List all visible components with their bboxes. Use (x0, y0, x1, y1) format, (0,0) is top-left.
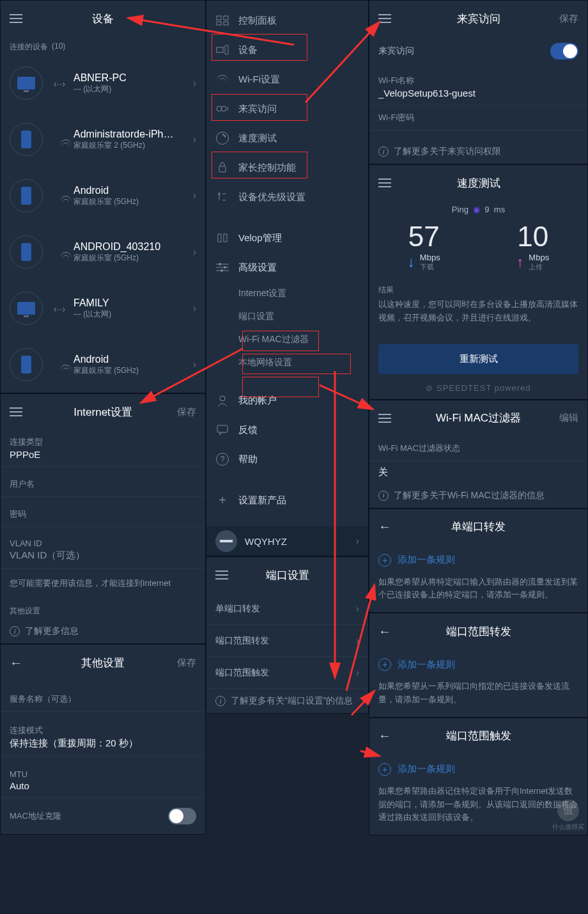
wifi-name-value[interactable]: _VelopSetup613-guest (378, 88, 578, 98)
menu-icon (215, 190, 229, 204)
internet-title: Internet设置 (1, 405, 205, 420)
hamburger-icon[interactable] (378, 178, 391, 187)
svg-point-17 (220, 396, 225, 401)
username-label: 用户名 (10, 478, 196, 490)
guest-switch-label: 来宾访问 (378, 45, 414, 57)
fwd-title: 单端口转发 (369, 519, 587, 534)
help-item[interactable]: ?帮助 (206, 445, 368, 474)
hamburger-icon[interactable] (10, 14, 22, 23)
profile-item[interactable]: WQYHYZ› (206, 526, 368, 556)
chevron-right-icon: › (356, 535, 359, 547)
back-icon[interactable]: ← (378, 624, 391, 639)
chevron-right-icon: › (193, 303, 196, 314)
menu-item[interactable]: 控制面板 (206, 6, 368, 35)
back-icon[interactable]: ← (378, 519, 391, 534)
port-info[interactable]: i了解更多有关“端口设置”的信息 (206, 689, 368, 713)
result-label: 结果 (369, 277, 587, 298)
menu-item[interactable]: 家长控制功能 (206, 153, 368, 182)
save-button[interactable]: 保存 (177, 406, 196, 418)
guest-title: 来宾访问 (369, 12, 587, 26)
hamburger-icon[interactable] (378, 414, 391, 423)
back-icon[interactable]: ← (10, 656, 22, 670)
device-sub: --- (以太网) (74, 84, 193, 95)
fwd-title: 端口范围触发 (369, 729, 587, 743)
device-row[interactable]: Android家庭娱乐室 (5GHz) › (1, 168, 205, 224)
mac-state-label: Wi-Fi MAC过滤器状态 (378, 443, 578, 454)
mac-info[interactable]: i了解更多关于Wi-Fi MAC过滤器的信息 (369, 484, 587, 508)
wifi-pass-label[interactable]: Wi-Fi密码 (378, 112, 578, 123)
mtu-value[interactable]: Auto (10, 780, 196, 791)
menu-item[interactable]: 来宾访问 (206, 94, 368, 123)
port-title: 端口设置 (206, 568, 368, 583)
port-row[interactable]: 端口范围触发› (206, 657, 368, 689)
mac-clone-toggle[interactable] (168, 808, 196, 824)
svg-rect-18 (217, 425, 228, 432)
plus-icon: + (378, 554, 391, 567)
hamburger-icon[interactable] (378, 14, 391, 23)
add-rule-button[interactable]: +添加一条规则 (369, 545, 587, 576)
conn-mode-value[interactable]: 保持连接（重拨周期：20 秒） (10, 737, 196, 750)
submenu-item[interactable]: 本地网络设置 (229, 351, 368, 374)
info-icon: i (378, 146, 389, 157)
internet-hint: 您可能需要使用该信息，才能连接到Internet (1, 569, 205, 598)
conn-type-value[interactable]: PPPoE (10, 449, 196, 460)
add-rule-button[interactable]: +添加一条规则 (369, 754, 587, 785)
edit-button[interactable]: 编辑 (559, 412, 578, 424)
device-name: Administratorde-iPh… (74, 129, 193, 140)
device-row[interactable]: ANDROID_403210家庭娱乐室 (5GHz) › (1, 224, 205, 280)
submenu-item[interactable]: Internet设置 (229, 282, 368, 305)
info-icon: i (10, 626, 20, 636)
retest-button[interactable]: 重新测试 (378, 344, 578, 374)
sliders-icon (215, 260, 229, 274)
srv-name-label[interactable]: 服务名称（可选） (10, 693, 196, 705)
menu-item[interactable]: 速度测试 (206, 123, 368, 153)
back-icon[interactable]: ← (378, 729, 391, 743)
device-row[interactable]: ‹··› ABNER-PC--- (以太网) › (1, 55, 205, 111)
device-row[interactable]: Android家庭娱乐室 (5GHz) › (1, 336, 205, 393)
more-info[interactable]: i了解更多信息 (1, 619, 205, 643)
download-arrow-icon: ↓ (408, 254, 415, 271)
watermark: 值什么值得买 (552, 800, 584, 831)
upload-value: 10 (479, 221, 588, 253)
device-row[interactable]: ‹··› FAMILY--- (以太网) › (1, 280, 205, 336)
guest-toggle[interactable] (550, 43, 578, 59)
port-row[interactable]: 单端口转发› (206, 593, 368, 625)
svg-rect-8 (219, 166, 226, 172)
menu-item[interactable]: 设备 (206, 35, 368, 65)
account-item[interactable]: 我的帐户 (206, 386, 368, 415)
speed-text: 以这种速度，您可以同时在多台设备上播放高清流媒体视频，召开视频会议，并且进行在线… (369, 298, 587, 335)
user-icon (215, 393, 229, 407)
vlan-label: VLAN ID (10, 539, 196, 548)
advanced-item[interactable]: 高级设置 (206, 253, 368, 282)
info-icon: i (378, 491, 389, 501)
chat-icon (215, 423, 229, 437)
submenu-item[interactable]: 端口设置 (229, 305, 368, 328)
speed-title: 速度测试 (369, 176, 587, 191)
fwd-desc: 如果您希望从一系列端口向指定的已连接设备发送流量，请添加一条规则。 (369, 680, 587, 717)
menu-item[interactable]: 设备优先级设置 (206, 182, 368, 212)
device-name: Android (74, 354, 193, 365)
mac-clone-label: MAC地址克隆 (10, 810, 61, 822)
velop-item[interactable]: Velop管理 (206, 223, 368, 253)
save-button[interactable]: 保存 (559, 13, 578, 25)
device-sub: 家庭娱乐室 (5GHz) (74, 196, 193, 207)
svg-rect-3 (224, 22, 228, 25)
guest-info[interactable]: i了解更多关于来宾访问权限 (369, 139, 587, 164)
feedback-item[interactable]: 反馈 (206, 415, 368, 445)
add-rule-button[interactable]: +添加一条规则 (369, 649, 587, 680)
save-button[interactable]: 保存 (177, 657, 196, 669)
menu-item[interactable]: Wi-Fi设置 (206, 65, 368, 94)
add-product-item[interactable]: +设置新产品 (206, 485, 368, 515)
vlan-opt[interactable]: VLAN ID（可选） (10, 549, 196, 562)
menu-icon (215, 72, 229, 86)
hamburger-icon[interactable] (215, 571, 228, 579)
forwarding-panel: ←单端口转发 +添加一条规则 如果您希望从将特定端口输入到路由器的流量发送到某个… (369, 508, 588, 613)
device-row[interactable]: Administratorde-iPh…家庭娱乐室 2 (5GHz) › (1, 111, 205, 168)
submenu-item[interactable]: Wi-Fi MAC过滤器 (229, 328, 368, 351)
connected-label: 连接的设备 (10, 42, 48, 52)
port-row[interactable]: 端口范围转发› (206, 625, 368, 657)
svg-rect-9 (218, 234, 221, 242)
hamburger-icon[interactable] (10, 407, 22, 416)
menu-icon (215, 131, 229, 145)
signal-icon: ‹··› (52, 303, 67, 314)
